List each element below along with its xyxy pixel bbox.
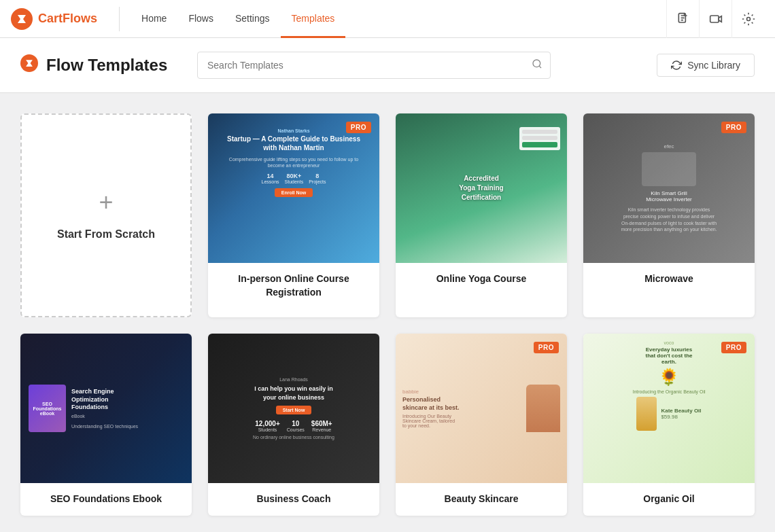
template-card[interactable]: SEOFoundationseBook Search EngineOptimiz… — [20, 334, 192, 516]
card-name: In-person Online Course Registration — [219, 272, 368, 299]
sync-icon — [671, 60, 682, 71]
nav-divider — [119, 7, 120, 31]
card-name: Organic Oil — [594, 493, 744, 506]
page-title: Flow Templates — [46, 56, 167, 75]
svg-point-5 — [533, 60, 540, 67]
nav-home[interactable]: Home — [131, 0, 177, 38]
brand-name: CartFlows — [38, 12, 97, 26]
card-body: Online Yoga Course — [396, 263, 567, 296]
template-card[interactable]: PRO Nathan Starks Startup — A Complete G… — [208, 113, 379, 317]
brand-logo[interactable]: CartFlows — [11, 8, 97, 30]
start-from-scratch-card[interactable]: + Start From Scratch — [20, 113, 192, 317]
search-input[interactable] — [197, 52, 551, 79]
card-name: SEO Foundations Ebook — [31, 493, 181, 506]
svg-rect-2 — [710, 16, 719, 22]
card-thumbnail: efec Kiln Smart GrillMicrowave Inverter … — [583, 113, 755, 263]
card-thumbnail: Lana Rhoads I can help you win easily in… — [208, 334, 379, 483]
card-name: Business Coach — [219, 493, 368, 506]
search-icon — [532, 58, 542, 72]
card-body: Microwave — [583, 263, 755, 296]
document-icon-button[interactable] — [666, 0, 699, 38]
plus-icon: + — [99, 190, 113, 215]
video-icon-button[interactable] — [699, 0, 731, 38]
pro-badge: PRO — [721, 122, 746, 133]
nav-flows[interactable]: Flows — [177, 0, 224, 38]
svg-point-3 — [746, 17, 750, 20]
pro-badge: PRO — [721, 342, 746, 353]
card-thumbnail: AccreditedYoga TrainingCertification — [396, 113, 567, 263]
card-thumbnail: Nathan Starks Startup — A Complete Guide… — [208, 113, 379, 263]
template-card[interactable]: PRO babbie Personalisedskincare at its b… — [396, 334, 567, 516]
settings-icon-button[interactable] — [731, 0, 764, 38]
page-header-left: Flow Templates — [20, 54, 184, 76]
sync-library-button[interactable]: Sync Library — [657, 54, 755, 77]
nav-settings[interactable]: Settings — [224, 0, 281, 38]
search-bar — [197, 52, 551, 79]
templates-grid: + Start From Scratch PRO Nathan Starks S… — [0, 93, 775, 532]
card-body: In-person Online Course Registration — [208, 263, 379, 308]
card-body: Beauty Skincare — [396, 483, 567, 516]
template-card[interactable]: PRO efec Kiln Smart GrillMicrowave Inver… — [583, 113, 755, 317]
top-navigation: CartFlows Home Flows Settings Templates — [0, 0, 775, 38]
pro-badge: PRO — [346, 122, 371, 133]
card-thumbnail: SEOFoundationseBook Search EngineOptimiz… — [20, 334, 192, 483]
settings-icon — [742, 12, 755, 26]
nav-templates[interactable]: Templates — [281, 0, 346, 38]
card-name: Microwave — [594, 272, 744, 286]
pro-badge: PRO — [534, 342, 559, 353]
card-body: Business Coach — [208, 483, 379, 516]
nav-icon-group — [666, 0, 764, 38]
card-thumbnail: babbie Personalisedskincare at its best.… — [396, 334, 567, 483]
card-name: Online Yoga Course — [407, 272, 556, 286]
document-icon — [676, 12, 690, 26]
page-header: Flow Templates Sync Library — [0, 38, 775, 93]
template-card[interactable]: PRO voco Everyday luxuriesthat don't cos… — [583, 334, 755, 516]
card-body: SEO Foundations Ebook — [20, 483, 192, 516]
card-thumbnail: voco Everyday luxuriesthat don't cost th… — [583, 334, 755, 483]
nav-links: Home Flows Settings Templates — [131, 0, 666, 37]
card-body: Organic Oil — [583, 483, 755, 516]
scratch-label: Start From Scratch — [57, 228, 155, 241]
card-name: Beauty Skincare — [407, 493, 556, 506]
flow-templates-icon — [20, 54, 38, 76]
template-card[interactable]: AccreditedYoga TrainingCertification Onl… — [396, 113, 567, 317]
template-card[interactable]: Lana Rhoads I can help you win easily in… — [208, 334, 379, 516]
sync-label: Sync Library — [687, 60, 740, 71]
video-icon — [709, 12, 723, 26]
